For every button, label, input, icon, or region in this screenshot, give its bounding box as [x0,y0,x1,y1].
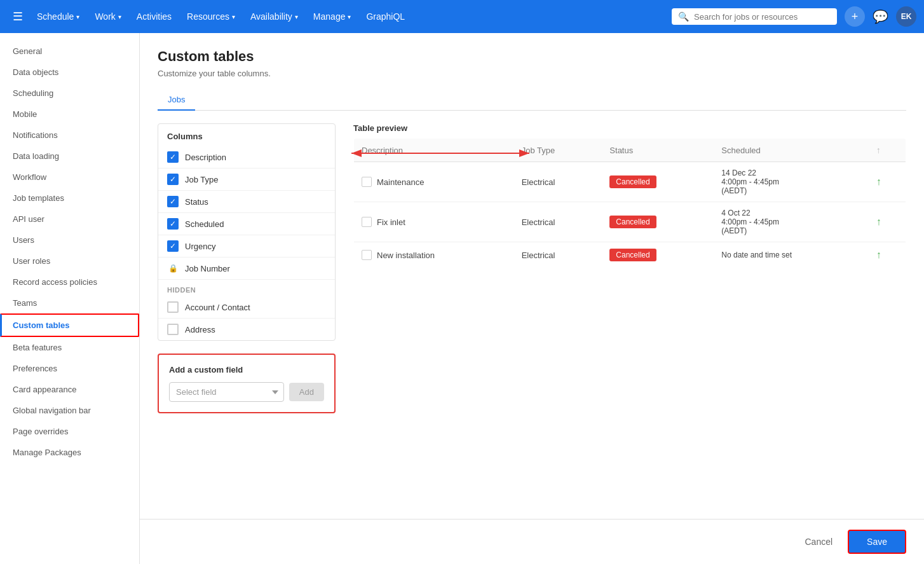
column-address-label: Address [185,325,215,334]
content-area: Columns Description Job Type Status [158,123,906,341]
sidebar-item-general[interactable]: General [0,41,139,62]
sidebar-item-user-roles[interactable]: User roles [0,251,139,272]
table-row: Fix inlet Electrical Cancelled 4 Oct 22 … [354,202,906,242]
search-icon: 🔍 [678,11,689,22]
column-job-type-label: Job Type [185,175,219,184]
job-type-checkbox[interactable] [167,174,179,185]
column-account-contact: Account / Contact [158,296,335,319]
sidebar-item-custom-tables[interactable]: Custom tables [0,313,139,337]
add-custom-field-section: Add a custom field Select field Add [158,354,336,413]
column-urgency: Urgency [158,235,335,258]
sidebar-item-scheduling[interactable]: Scheduling [0,83,139,104]
urgency-checkbox[interactable] [167,240,179,252]
sidebar-item-beta-features[interactable]: Beta features [0,337,139,358]
page-title: Custom tables [158,48,906,65]
column-address: Address [158,319,335,340]
sidebar-item-manage-packages[interactable]: Manage Packages [0,442,139,463]
sidebar-item-global-nav[interactable]: Global navigation bar [0,400,139,421]
column-job-type: Job Type [158,169,335,191]
sidebar-item-data-objects[interactable]: Data objects [0,62,139,83]
save-button[interactable]: Save [848,530,906,554]
row-checkbox[interactable] [362,177,372,187]
sidebar-item-job-templates[interactable]: Job templates [0,188,139,209]
status-checkbox[interactable] [167,196,179,207]
lock-icon: 🔒 [167,263,179,274]
status-badge: Cancelled [609,249,656,261]
nav-availability[interactable]: Availability ▾ [244,8,304,25]
status-badge: Cancelled [609,216,656,228]
th-status: Status [602,139,714,162]
column-scheduled-label: Scheduled [185,219,224,229]
account-contact-checkbox[interactable] [167,301,179,313]
description-checkbox[interactable] [167,151,179,163]
row-checkbox[interactable] [362,217,372,227]
column-description: Description [158,146,335,169]
scheduled-checkbox[interactable] [167,218,179,230]
search-bar: 🔍 [672,8,837,25]
column-status: Status [158,191,335,213]
sort-icon: ↑ [876,145,881,155]
table-preview-header: Table preview [353,123,906,133]
up-arrow-icon: ↑ [876,216,881,227]
row-checkbox[interactable] [362,250,372,260]
table-row: Maintenance Electrical Cancelled 14 Dec … [354,162,906,202]
main-content: Custom tables Customize your table colum… [140,33,924,564]
columns-panel: Columns Description Job Type Status [158,123,336,341]
nav-graphiql[interactable]: GraphiQL [360,8,411,25]
add-custom-field-title: Add a custom field [169,365,324,375]
column-status-label: Status [185,197,208,207]
table-row: New installation Electrical Cancelled No… [354,242,906,268]
sidebar-item-workflow[interactable]: Workflow [0,167,139,188]
sidebar-item-users[interactable]: Users [0,230,139,251]
add-field-button[interactable]: Add [289,383,324,401]
tab-jobs[interactable]: Jobs [158,90,195,111]
bottom-bar: Cancel Save [140,519,924,564]
sidebar-item-preferences[interactable]: Preferences [0,358,139,379]
column-urgency-label: Urgency [185,242,215,251]
app-layout: General Data objects Scheduling Mobile N… [0,33,924,564]
status-badge: Cancelled [609,175,656,188]
column-account-contact-label: Account / Contact [185,303,250,312]
column-scheduled: Scheduled [158,213,335,235]
nav-resources[interactable]: Resources ▾ [180,8,241,25]
hidden-section-header: HIDDEN [158,280,335,296]
menu-icon[interactable]: ☰ [8,6,28,27]
sidebar-item-mobile[interactable]: Mobile [0,104,139,125]
sidebar-item-data-loading[interactable]: Data loading [0,146,139,167]
sidebar: General Data objects Scheduling Mobile N… [0,33,140,564]
field-select[interactable]: Select field [169,382,284,402]
sidebar-item-notifications[interactable]: Notifications [0,125,139,146]
tabs: Jobs [158,90,906,111]
sidebar-item-page-overrides[interactable]: Page overrides [0,421,139,442]
nav-schedule[interactable]: Schedule ▾ [31,8,86,25]
page-subtitle: Customize your table columns. [158,69,906,78]
up-arrow-icon: ↑ [876,249,881,260]
column-description-label: Description [185,153,226,162]
sidebar-item-record-access[interactable]: Record access policies [0,272,139,292]
search-input[interactable] [694,12,821,22]
nav-work[interactable]: Work ▾ [88,8,127,25]
notifications-icon[interactable]: 💬 [873,9,888,24]
columns-header: Columns [158,124,335,146]
nav-activities[interactable]: Activities [130,8,178,25]
sidebar-item-api-user[interactable]: API user [0,209,139,230]
address-checkbox[interactable] [167,324,179,335]
add-button[interactable]: + [845,6,865,27]
up-arrow-icon: ↑ [876,176,881,187]
annotation-arrow [351,144,529,163]
sidebar-item-teams[interactable]: Teams [0,292,139,313]
top-navigation: ☰ Schedule ▾ Work ▾ Activities Resources… [0,0,924,33]
column-job-number-label: Job Number [185,264,230,273]
column-job-number: 🔒 Job Number [158,258,335,280]
avatar[interactable]: EK [896,6,916,27]
th-scheduled: Scheduled [714,139,868,162]
sidebar-item-card-appearance[interactable]: Card appearance [0,379,139,400]
add-custom-field-row: Select field Add [169,382,324,402]
th-sort[interactable]: ↑ [869,139,906,162]
nav-manage[interactable]: Manage ▾ [307,8,358,25]
cancel-button[interactable]: Cancel [797,532,840,552]
